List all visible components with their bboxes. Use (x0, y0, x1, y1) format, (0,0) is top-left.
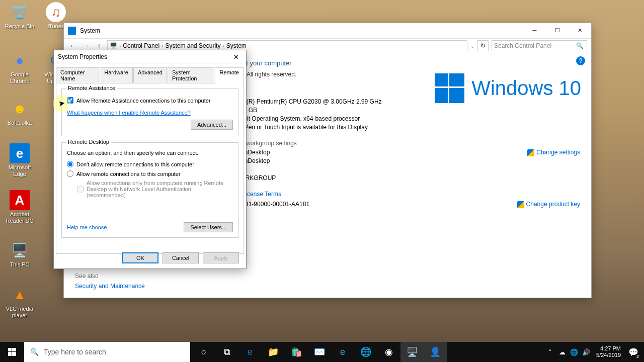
taskbar-ie-icon[interactable]: e (331, 342, 354, 362)
spec-systype: 64-bit Operating System, x64-based proce… (235, 115, 360, 122)
taskbar-chrome-icon[interactable]: ◉ (377, 342, 400, 362)
cancel-button[interactable]: Cancel (163, 252, 199, 263)
nla-checkbox: Allow connections only from computers ru… (77, 180, 233, 198)
minimize-button[interactable]: ─ (523, 23, 546, 37)
nav-back-button[interactable]: ← (68, 41, 78, 51)
taskbar-app-icon[interactable]: 🌐 (354, 342, 377, 362)
radio-allow[interactable]: Allow remote connections to this compute… (67, 170, 233, 177)
desktop-icon-vlc[interactable]: ▲VLC media player (2, 285, 37, 319)
radio-dont-allow[interactable]: Don't allow remote connections to this c… (67, 161, 233, 167)
remote-assistance-group: Remote Assistance Allow Remote Assistanc… (61, 88, 238, 136)
dialog-close-button[interactable]: ✕ (226, 50, 246, 63)
tab-remote[interactable]: Remote (215, 67, 244, 83)
system-properties-dialog: System Properties ✕ Computer Name Hardwa… (53, 50, 247, 269)
allow-remote-assistance-checkbox[interactable]: Allow Remote Assistance connections to t… (67, 97, 233, 104)
apply-button[interactable]: Apply (203, 252, 239, 263)
start-button[interactable] (0, 342, 24, 362)
taskbar-explorer-icon[interactable]: 📁 (262, 342, 285, 362)
spec-processor: Intel(R) Pentium(R) CPU G2030 @ 3.00GHz … (235, 98, 382, 105)
rd-legend: Remote Desktop (66, 139, 111, 145)
select-users-button[interactable]: Select Users... (184, 222, 233, 232)
task-view-icon[interactable]: ⧉ (215, 342, 238, 362)
desktop-icon-edge[interactable]: eMicrosoft Edge (2, 143, 37, 177)
windows-logo: Windows 10 (435, 73, 581, 103)
tab-hardware[interactable]: Hardware (100, 67, 133, 83)
change-settings-link[interactable]: Change settings (527, 149, 580, 156)
taskbar-mail-icon[interactable]: ✉️ (308, 342, 331, 362)
dialog-titlebar[interactable]: System Properties (54, 50, 246, 63)
ra-advanced-button[interactable]: Advanced... (191, 120, 233, 130)
refresh-button[interactable]: ↻ (477, 40, 489, 51)
system-icon (68, 27, 76, 35)
breadcrumb-item[interactable]: System (226, 42, 247, 49)
pc-icon: 🖥️ (110, 42, 117, 49)
taskbar-store-icon[interactable]: 🛍️ (285, 342, 308, 362)
desktop-icon-thispc[interactable]: 🖥️This PC (2, 240, 37, 268)
desktop-icon-acrobat[interactable]: AAcrobat Reader DC (2, 190, 37, 224)
taskbar-search[interactable]: 🔍Type here to search (24, 342, 190, 362)
search-icon: 🔍 (30, 348, 39, 356)
ra-legend: Remote Assistance (66, 85, 117, 91)
see-also-heading: See also (75, 273, 145, 280)
close-button[interactable]: ✕ (569, 23, 591, 37)
breadcrumb-item[interactable]: Control Panel (123, 42, 159, 49)
taskbar-edge-icon[interactable]: e (238, 342, 262, 362)
security-maintenance-link[interactable]: Security and Maintenance (75, 283, 145, 290)
nav-up-button[interactable]: ↑ (94, 41, 104, 51)
tab-computer-name[interactable]: Computer Name (56, 67, 99, 83)
maximize-button[interactable]: ☐ (546, 23, 569, 37)
remote-desktop-group: Remote Desktop Choose an option, and the… (61, 142, 238, 238)
spec-pen: No Pen or Touch Input is available for t… (235, 124, 368, 131)
shield-icon (517, 201, 524, 208)
tray-chevron-icon[interactable]: ˄ (544, 342, 556, 362)
cortana-icon[interactable]: ○ (192, 342, 215, 362)
tray-onedrive-icon[interactable]: ☁ (556, 342, 568, 362)
help-me-choose-link[interactable]: Help me choose (67, 224, 107, 230)
change-product-key-link[interactable]: Change product key (517, 201, 580, 208)
taskbar: 🔍Type here to search ○ ⧉ e 📁 🛍️ ✉️ e 🌐 ◉… (0, 342, 644, 362)
breadcrumb-item[interactable]: System and Security (165, 42, 220, 49)
search-icon: 🔍 (576, 42, 584, 49)
desktop-icon-chrome[interactable]: ●Google Chrome (2, 50, 37, 84)
taskbar-clock[interactable]: 4:27 PM 5/24/2019 (592, 345, 625, 358)
desktop-icon-recycle[interactable]: 🗑️Recycle Bin (2, 2, 37, 30)
system-titlebar[interactable]: System (64, 23, 591, 38)
tab-advanced[interactable]: Advanced (133, 67, 167, 83)
taskbar-controlpanel-icon[interactable]: 🖥️ (400, 342, 424, 362)
tab-system-protection[interactable]: System Protection (168, 67, 215, 83)
tab-strip: Computer Name Hardware Advanced System P… (54, 66, 246, 83)
nav-forward-button[interactable]: → (81, 41, 91, 51)
help-icon[interactable]: ? (576, 56, 585, 65)
tray-volume-icon[interactable]: 🔊 (580, 342, 592, 362)
ok-button[interactable]: OK (122, 252, 158, 263)
taskbar-app2-icon[interactable]: 👤 (424, 342, 447, 362)
desktop-icon-balabolka[interactable]: ☻Balabolka (2, 99, 37, 126)
rd-instruction: Choose an option, and then specify who c… (67, 150, 233, 156)
action-center-icon[interactable]: 💬2 (625, 342, 642, 362)
search-input[interactable]: Search Control Panel🔍 (492, 40, 587, 51)
system-title: System (80, 27, 100, 34)
shield-icon (527, 149, 534, 156)
ra-help-link[interactable]: What happens when I enable Remote Assist… (67, 110, 191, 116)
tray-network-icon[interactable]: 🌐 (568, 342, 580, 362)
